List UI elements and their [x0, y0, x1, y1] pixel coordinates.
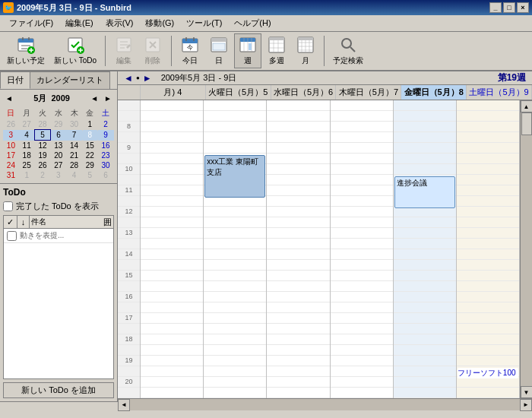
day-cell[interactable]: [457, 324, 519, 334]
day-cell[interactable]: [204, 122, 266, 132]
day-cell[interactable]: [331, 122, 393, 132]
scrollbar-horizontal[interactable]: ◄ ►: [118, 398, 532, 410]
day-cell[interactable]: [204, 228, 266, 239]
day-cell[interactable]: [331, 324, 393, 334]
day-cell[interactable]: [457, 196, 519, 207]
day-cell[interactable]: [141, 292, 203, 302]
day-cell[interactable]: [267, 334, 329, 345]
mini-cal-day[interactable]: 3: [50, 170, 66, 180]
day-cell[interactable]: [267, 260, 329, 271]
day-cell[interactable]: [141, 334, 203, 345]
day-cell[interactable]: [141, 281, 203, 292]
title-controls[interactable]: _ □ ×: [489, 2, 529, 13]
day-cell[interactable]: [331, 345, 393, 356]
mini-cal-prev[interactable]: ◄: [3, 93, 15, 103]
cal-nav-prev[interactable]: ◄: [124, 73, 133, 84]
mini-cal-day[interactable]: 25: [19, 160, 35, 170]
day-cell[interactable]: [204, 207, 266, 217]
day-cell[interactable]: [267, 313, 329, 324]
mini-cal-day[interactable]: 30: [98, 160, 114, 170]
day-cell[interactable]: [267, 132, 329, 143]
new-event-button[interactable]: 新しい予定: [3, 33, 49, 68]
scroll-thumb[interactable]: [521, 112, 532, 135]
day-cell[interactable]: [331, 175, 393, 185]
day-cell[interactable]: [331, 154, 393, 164]
week-button[interactable]: 週: [234, 33, 261, 68]
day-cell[interactable]: [394, 356, 456, 366]
minimize-button[interactable]: _: [489, 2, 502, 13]
day-cell[interactable]: [394, 143, 456, 154]
mini-cal-day[interactable]: 28: [66, 160, 82, 170]
day-cell[interactable]: [457, 122, 519, 132]
mini-cal-day[interactable]: 26: [35, 160, 51, 170]
day-cell[interactable]: [141, 164, 203, 175]
menu-edit[interactable]: 編集(E): [59, 16, 100, 30]
day-cell[interactable]: [141, 122, 203, 132]
todo-item-checkbox-1[interactable]: [7, 231, 17, 241]
day-cell[interactable]: [394, 313, 456, 324]
day-cell[interactable]: [457, 228, 519, 239]
day-cell[interactable]: [204, 132, 266, 143]
cal-header-sat[interactable]: 土曜日（5月）9: [467, 85, 532, 100]
day-cell[interactable]: [331, 377, 393, 388]
mini-cal-day[interactable]: 19: [35, 150, 51, 160]
mini-cal-day[interactable]: 1: [82, 119, 98, 130]
mini-cal-day[interactable]: 6: [50, 130, 66, 141]
day-cell[interactable]: [267, 228, 329, 239]
day-cell[interactable]: [204, 366, 266, 377]
day-cell[interactable]: [204, 345, 266, 356]
mini-cal-day[interactable]: 2: [35, 170, 51, 180]
day-cell[interactable]: [267, 271, 329, 281]
day-cell[interactable]: [331, 132, 393, 143]
day-cell[interactable]: [331, 249, 393, 260]
day-cell[interactable]: [457, 132, 519, 143]
mini-cal-day[interactable]: 11: [19, 141, 35, 151]
day-cell[interactable]: [267, 281, 329, 292]
day-cell[interactable]: [267, 196, 329, 207]
day-cell[interactable]: [457, 281, 519, 292]
day-button[interactable]: 日: [205, 33, 233, 68]
cal-nav-dot[interactable]: ●: [136, 74, 140, 81]
day-cell[interactable]: [267, 175, 329, 185]
day-cell[interactable]: [267, 366, 329, 377]
day-cell[interactable]: [394, 154, 456, 164]
day-cell[interactable]: [267, 100, 329, 111]
day-cell[interactable]: [331, 239, 393, 249]
day-cell[interactable]: [267, 356, 329, 366]
day-cell[interactable]: [204, 217, 266, 228]
day-cell[interactable]: [331, 281, 393, 292]
day-cell[interactable]: [394, 132, 456, 143]
tab-date[interactable]: 日付: [0, 71, 30, 89]
day-cell[interactable]: [204, 313, 266, 324]
scrollbar-vertical[interactable]: ▲ ▼: [520, 100, 532, 398]
day-cell[interactable]: [331, 271, 393, 281]
day-cell[interactable]: [267, 143, 329, 154]
scroll-down-button[interactable]: ▼: [521, 386, 533, 398]
day-cell[interactable]: [457, 377, 519, 388]
day-cell[interactable]: [457, 356, 519, 366]
day-cell[interactable]: [394, 111, 456, 122]
mini-cal-day[interactable]: 4: [19, 130, 35, 141]
day-cell[interactable]: [141, 377, 203, 388]
day-cell[interactable]: [267, 249, 329, 260]
mini-cal-day[interactable]: 29: [82, 160, 98, 170]
todo-col-hide[interactable]: 囲: [101, 217, 113, 228]
mini-cal-day[interactable]: 29: [50, 119, 66, 130]
day-cell[interactable]: [457, 302, 519, 313]
day-cell[interactable]: [141, 185, 203, 196]
day-cell[interactable]: [394, 377, 456, 388]
cal-header-tue[interactable]: 火曜日（5月）5: [206, 85, 271, 100]
day-cell[interactable]: [141, 302, 203, 313]
day-cell[interactable]: [331, 111, 393, 122]
day-cell[interactable]: [394, 228, 456, 239]
event-xxx[interactable]: xxx工業 東陽町支店: [204, 155, 265, 198]
day-cell[interactable]: [267, 345, 329, 356]
day-cell[interactable]: [141, 249, 203, 260]
day-cell[interactable]: [394, 207, 456, 217]
menu-tools[interactable]: ツール(T): [180, 16, 228, 30]
day-cell[interactable]: [204, 388, 266, 398]
day-cell[interactable]: [331, 196, 393, 207]
day-cell[interactable]: [457, 239, 519, 249]
day-cell[interactable]: [204, 271, 266, 281]
mini-cal-day[interactable]: 23: [98, 150, 114, 160]
